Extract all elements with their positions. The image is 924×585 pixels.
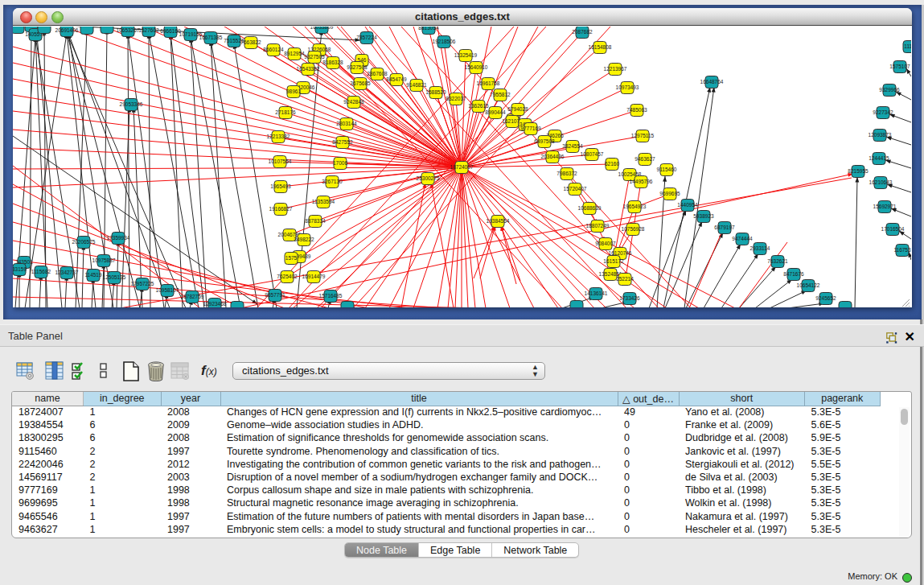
- svg-text:1440954: 1440954: [677, 202, 698, 208]
- svg-text:3498222: 3498222: [294, 237, 314, 242]
- svg-text:7857224: 7857224: [356, 35, 377, 40]
- svg-text:1575: 1575: [285, 255, 298, 261]
- svg-text:9242848: 9242848: [343, 99, 364, 105]
- svg-text:252214: 252214: [616, 276, 634, 282]
- svg-text:10975887: 10975887: [92, 257, 116, 263]
- svg-text:11325419: 11325419: [454, 52, 478, 58]
- svg-text:25300275: 25300275: [417, 175, 440, 181]
- svg-text:16210643: 16210643: [869, 179, 893, 185]
- svg-text:2933114: 2933114: [750, 245, 770, 251]
- svg-text:1244415: 1244415: [869, 155, 889, 161]
- svg-text:9329966: 9329966: [879, 87, 900, 93]
- svg-text:9474444: 9474444: [732, 236, 753, 241]
- svg-text:5938923: 5938923: [693, 213, 714, 219]
- svg-text:1575107: 1575107: [889, 64, 910, 69]
- svg-text:2087682: 2087682: [572, 29, 593, 35]
- svg-text:17957225: 17957225: [131, 281, 154, 286]
- svg-text:17016504: 17016504: [881, 226, 905, 232]
- svg-text:8878334: 8878334: [305, 218, 326, 224]
- svg-text:9245652: 9245652: [815, 295, 836, 301]
- svg-text:8660124: 8660124: [263, 47, 284, 52]
- svg-text:7625402: 7625402: [277, 274, 298, 279]
- svg-text:20691406: 20691406: [55, 27, 79, 33]
- svg-text:3824554: 3824554: [562, 143, 583, 149]
- svg-text:1112: 1112: [904, 43, 911, 49]
- svg-text:7986372: 7986372: [556, 171, 577, 176]
- svg-text:114519: 114519: [84, 272, 102, 278]
- svg-text:9777169: 9777169: [520, 126, 541, 131]
- svg-text:1115682: 1115682: [31, 269, 51, 274]
- svg-text:1362615: 1362615: [468, 103, 489, 109]
- svg-text:10973493: 10973493: [616, 84, 639, 90]
- svg-text:116753: 116753: [893, 247, 911, 253]
- svg-text:3675685: 3675685: [350, 80, 371, 86]
- svg-text:10807457: 10807457: [581, 151, 604, 157]
- svg-text:10958107: 10958107: [156, 287, 179, 293]
- svg-text:6879197: 6879197: [714, 225, 735, 230]
- svg-text:62160: 62160: [605, 161, 619, 167]
- svg-text:20206575: 20206575: [72, 239, 96, 245]
- svg-text:2867608: 2867608: [367, 71, 388, 76]
- svg-text:9657791: 9657791: [265, 292, 285, 298]
- svg-text:6794028: 6794028: [507, 106, 528, 112]
- svg-text:1733426: 1733426: [619, 295, 640, 301]
- svg-text:16914479: 16914479: [302, 274, 326, 279]
- svg-text:8215955: 8215955: [848, 168, 869, 174]
- svg-text:16961758: 16961758: [477, 80, 500, 86]
- svg-text:10756928: 10756928: [622, 226, 645, 232]
- svg-text:2803144: 2803144: [336, 121, 357, 126]
- svg-text:16154808: 16154808: [589, 44, 612, 50]
- svg-text:6497508: 6497508: [534, 138, 555, 144]
- svg-text:12923468: 12923468: [203, 301, 227, 307]
- svg-text:3267130: 3267130: [322, 179, 343, 184]
- svg-text:12213382: 12213382: [267, 134, 290, 139]
- svg-text:1527602: 1527602: [138, 27, 159, 33]
- svg-text:8912954: 8912954: [284, 51, 305, 56]
- svg-text:15720407: 15720407: [564, 186, 587, 192]
- svg-text:7485063: 7485063: [626, 107, 647, 113]
- svg-text:15692971: 15692971: [873, 204, 897, 209]
- svg-text:8322037: 8322037: [446, 96, 466, 101]
- svg-text:10107554: 10107554: [269, 159, 292, 164]
- svg-text:9084007: 9084007: [595, 241, 616, 246]
- svg-text:98961: 98961: [286, 89, 301, 94]
- svg-text:17359934: 17359934: [107, 235, 130, 241]
- svg-text:1965493: 1965493: [270, 183, 291, 189]
- svg-text:8990444: 8990444: [485, 109, 506, 115]
- svg-text:2718176: 2718176: [275, 109, 296, 115]
- svg-text:15716485: 15716485: [319, 293, 343, 299]
- svg-text:9699695: 9699695: [659, 191, 680, 196]
- svg-text:8427552: 8427552: [332, 139, 353, 145]
- svg-text:20364436: 20364436: [541, 154, 565, 159]
- svg-text:18807249: 18807249: [586, 223, 610, 229]
- svg-text:9146821: 9146821: [406, 82, 427, 88]
- svg-text:9327508: 9327508: [347, 64, 368, 70]
- svg-text:19166827: 19166827: [269, 206, 293, 212]
- svg-text:7955812: 7955812: [490, 92, 511, 97]
- svg-text:19218506: 19218506: [433, 39, 456, 44]
- svg-text:14495796: 14495796: [630, 179, 653, 184]
- svg-text:16543382: 16543382: [297, 66, 320, 72]
- svg-text:18724007: 18724007: [450, 164, 474, 170]
- svg-text:33159: 33159: [13, 266, 27, 272]
- svg-text:16033809: 16033809: [310, 27, 334, 30]
- svg-text:9463627: 9463627: [634, 156, 655, 162]
- svg-text:12213967: 12213967: [604, 66, 627, 72]
- svg-text:29053346: 29053346: [120, 101, 143, 107]
- svg-text:8471676: 8471676: [783, 271, 804, 277]
- svg-text:12975115: 12975115: [631, 133, 655, 138]
- svg-text:12342737: 12342737: [55, 270, 79, 275]
- svg-text:16120746: 16120746: [609, 250, 632, 256]
- svg-text:7632621: 7632621: [767, 258, 788, 264]
- svg-text:15640910: 15640910: [465, 64, 488, 70]
- svg-text:8813054: 8813054: [418, 27, 439, 31]
- svg-text:12505135: 12505135: [103, 274, 126, 280]
- svg-text:8454749: 8454749: [386, 76, 407, 82]
- svg-text:17006: 17006: [333, 160, 347, 166]
- svg-text:16648764: 16648764: [700, 79, 724, 84]
- svg-text:1615172: 1615172: [603, 258, 624, 264]
- svg-text:19654923: 19654923: [623, 204, 647, 209]
- svg-text:11353594: 11353594: [312, 199, 335, 204]
- svg-text:19384554: 19384554: [487, 218, 510, 224]
- svg-text:16671385: 16671385: [199, 35, 223, 40]
